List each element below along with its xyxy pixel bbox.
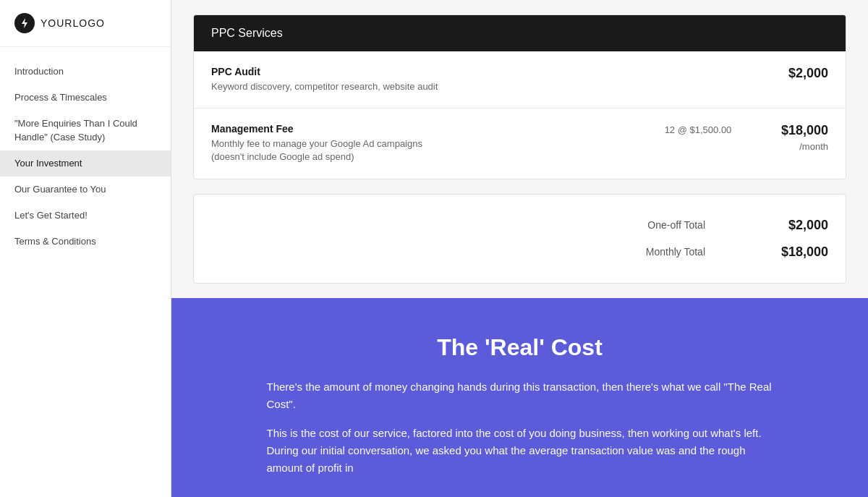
ppc-services-body: PPC Audit Keyword discovery, competitor …	[194, 51, 846, 179]
totals-card: One-off Total $2,000 Monthly Total $18,0…	[193, 194, 846, 284]
sidebar-item-introduction[interactable]: Introduction	[0, 59, 171, 85]
main-content: PPC Services PPC Audit Keyword discovery…	[171, 0, 868, 497]
line-item-ppc-audit: PPC Audit Keyword discovery, competitor …	[194, 51, 846, 109]
total-oneoff-value: $2,000	[763, 218, 828, 233]
logo: YOURLOGO	[0, 0, 171, 47]
management-fee-price-sub: /month	[799, 141, 828, 152]
total-row-oneoff: One-off Total $2,000	[211, 212, 828, 239]
real-cost-title: The 'Real' Cost	[229, 334, 810, 361]
real-cost-para-1: There's the amount of money changing han…	[267, 378, 773, 413]
sidebar-item-process[interactable]: Process & Timescales	[0, 85, 171, 111]
ppc-services-card: PPC Services PPC Audit Keyword discovery…	[193, 14, 846, 179]
management-fee-desc: Monthly fee to manage your Google Ad cam…	[211, 137, 443, 163]
ppc-audit-price-value: $2,000	[788, 66, 828, 80]
logo-light: LOGO	[72, 17, 104, 29]
logo-icon	[14, 13, 35, 33]
bolt-icon	[19, 17, 30, 29]
sidebar-item-get-started[interactable]: Let's Get Started!	[0, 203, 171, 229]
svg-marker-0	[22, 18, 27, 28]
total-row-monthly: Monthly Total $18,000	[211, 239, 828, 266]
line-item-management-fee: Management Fee Monthly fee to manage you…	[194, 109, 846, 178]
sidebar-item-case-study[interactable]: "More Enquiries Than I Could Handle" (Ca…	[0, 111, 171, 150]
sidebar-item-investment[interactable]: Your Investment	[0, 150, 171, 177]
sidebar-item-guarantee[interactable]: Our Guarantee to You	[0, 177, 171, 203]
ppc-services-title: PPC Services	[211, 27, 828, 40]
management-fee-price: $18,000 /month	[756, 123, 828, 153]
ppc-audit-price: $2,000	[756, 66, 828, 81]
total-oneoff-label: One-off Total	[647, 219, 705, 231]
management-fee-info: Management Fee Monthly fee to manage you…	[211, 123, 640, 163]
ppc-services-header: PPC Services	[194, 15, 846, 51]
total-monthly-label: Monthly Total	[646, 246, 705, 258]
sidebar-item-terms[interactable]: Terms & Conditions	[0, 229, 171, 255]
ppc-audit-info: PPC Audit Keyword discovery, competitor …	[211, 66, 640, 93]
ppc-audit-desc: Keyword discovery, competitor research, …	[211, 80, 443, 93]
total-monthly-value: $18,000	[763, 245, 828, 260]
management-fee-price-value: $18,000	[781, 123, 828, 137]
sidebar: YOURLOGO Introduction Process & Timescal…	[0, 0, 171, 497]
ppc-audit-name: PPC Audit	[211, 66, 640, 77]
management-fee-name: Management Fee	[211, 123, 640, 135]
real-cost-section: The 'Real' Cost There's the amount of mo…	[171, 298, 868, 497]
logo-text: YOURLOGO	[41, 17, 105, 29]
management-fee-qty: 12 @ $1,500.00	[640, 123, 756, 135]
top-section: PPC Services PPC Audit Keyword discovery…	[171, 0, 868, 298]
sidebar-nav: Introduction Process & Timescales "More …	[0, 47, 171, 267]
logo-bold: YOUR	[41, 17, 72, 29]
real-cost-para-2: This is the cost of our service, factore…	[267, 425, 773, 477]
ppc-audit-qty	[640, 66, 756, 67]
